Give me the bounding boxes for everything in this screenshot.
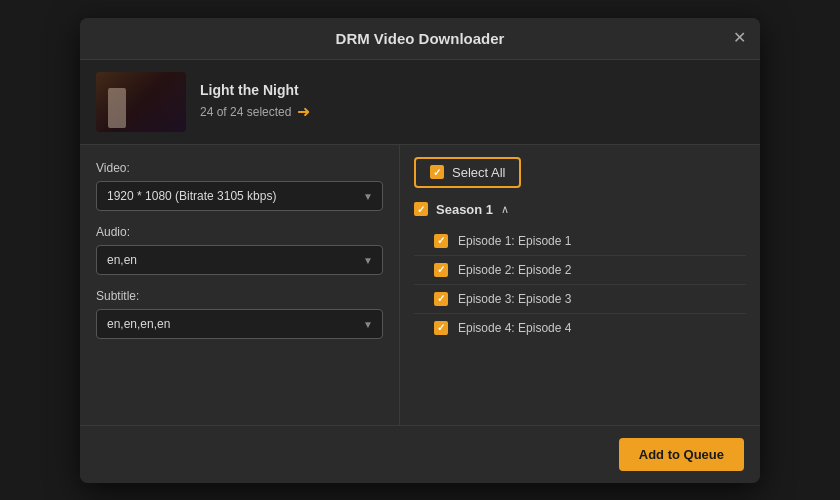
media-header: Light the Night 24 of 24 selected ➜ xyxy=(80,60,760,145)
media-subtitle: 24 of 24 selected ➜ xyxy=(200,102,744,121)
chevron-up-icon: ∧ xyxy=(501,203,509,216)
audio-label: Audio: xyxy=(96,225,383,239)
media-info: Light the Night 24 of 24 selected ➜ xyxy=(200,82,744,121)
title-bar: DRM Video Downloader ✕ xyxy=(80,18,760,60)
subtitle-field-group: Subtitle: en,en,en,en xyxy=(96,289,383,339)
episode-3-checkbox[interactable] xyxy=(434,292,448,306)
subtitle-select-wrapper: en,en,en,en xyxy=(96,309,383,339)
episode-2-label: Episode 2: Episode 2 xyxy=(458,263,571,277)
right-panel: Select All Season 1 ∧ Episode 1: Episode… xyxy=(400,145,760,425)
arrow-icon: ➜ xyxy=(297,102,310,121)
left-panel: Video: 1920 * 1080 (Bitrate 3105 kbps) A… xyxy=(80,145,400,425)
video-select[interactable]: 1920 * 1080 (Bitrate 3105 kbps) xyxy=(96,181,383,211)
drm-dialog: DRM Video Downloader ✕ Light the Night 2… xyxy=(80,18,760,483)
episode-4-label: Episode 4: Episode 4 xyxy=(458,321,571,335)
episode-3-label: Episode 3: Episode 3 xyxy=(458,292,571,306)
select-all-checkbox[interactable] xyxy=(430,165,444,179)
episode-4-checkbox[interactable] xyxy=(434,321,448,335)
episode-item[interactable]: Episode 3: Episode 3 xyxy=(414,285,746,314)
content-area: Video: 1920 * 1080 (Bitrate 3105 kbps) A… xyxy=(80,145,760,425)
subtitle-label: Subtitle: xyxy=(96,289,383,303)
season-header[interactable]: Season 1 ∧ xyxy=(414,202,746,217)
episode-1-checkbox[interactable] xyxy=(434,234,448,248)
media-title: Light the Night xyxy=(200,82,744,98)
audio-select[interactable]: en,en xyxy=(96,245,383,275)
footer: Add to Queue xyxy=(80,425,760,483)
selected-count: 24 of 24 selected xyxy=(200,105,291,119)
dialog-title: DRM Video Downloader xyxy=(336,30,505,47)
video-select-wrapper: 1920 * 1080 (Bitrate 3105 kbps) xyxy=(96,181,383,211)
episode-2-checkbox[interactable] xyxy=(434,263,448,277)
thumbnail-figure xyxy=(108,88,126,128)
subtitle-select[interactable]: en,en,en,en xyxy=(96,309,383,339)
select-all-label: Select All xyxy=(452,165,505,180)
video-label: Video: xyxy=(96,161,383,175)
episode-item[interactable]: Episode 4: Episode 4 xyxy=(414,314,746,342)
audio-field-group: Audio: en,en xyxy=(96,225,383,275)
episode-item[interactable]: Episode 1: Episode 1 xyxy=(414,227,746,256)
season-title: Season 1 xyxy=(436,202,493,217)
season-checkbox[interactable] xyxy=(414,202,428,216)
episode-item[interactable]: Episode 2: Episode 2 xyxy=(414,256,746,285)
select-all-box[interactable]: Select All xyxy=(414,157,521,188)
add-to-queue-button[interactable]: Add to Queue xyxy=(619,438,744,471)
close-button[interactable]: ✕ xyxy=(733,30,746,46)
thumbnail xyxy=(96,72,186,132)
episode-1-label: Episode 1: Episode 1 xyxy=(458,234,571,248)
audio-select-wrapper: en,en xyxy=(96,245,383,275)
video-field-group: Video: 1920 * 1080 (Bitrate 3105 kbps) xyxy=(96,161,383,211)
